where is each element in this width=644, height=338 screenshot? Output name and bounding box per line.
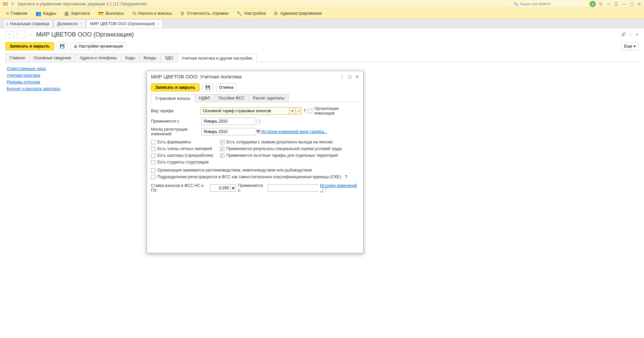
- table-icon: ▦: [64, 11, 69, 16]
- modal-save-button[interactable]: 💾: [202, 83, 213, 91]
- wrench-icon: 🔧: [236, 11, 242, 16]
- page-header: ← → ☆ МИР ЦВЕТОВ ООО (Организация) 🔗 ⋮ ✕: [0, 28, 644, 41]
- titlebar: 1C ≡ Зарплата и управление персоналом, р…: [0, 0, 644, 8]
- tab-close-icon[interactable]: ×: [80, 22, 82, 26]
- nav-back-button[interactable]: ←: [5, 31, 14, 38]
- menu-salary[interactable]: ▦Зарплата: [61, 9, 93, 17]
- link-icon[interactable]: 🔗: [621, 32, 626, 37]
- home-icon: ⌂: [6, 21, 8, 26]
- save-icon: 💾: [205, 85, 210, 90]
- notification-icon[interactable]: ▲: [590, 1, 596, 7]
- modal-title: МИР ЦВЕТОВ ООО: Учетная политика: [151, 74, 336, 79]
- hamburger-icon[interactable]: ≡: [11, 1, 14, 7]
- tab-home[interactable]: ⌂ Начальная страница: [3, 19, 53, 28]
- logo: 1C: [3, 1, 8, 6]
- history-icon[interactable]: ↻: [599, 1, 603, 7]
- save-icon: 💾: [60, 44, 65, 49]
- modal-header: МИР ЦВЕТОВ ООО: Учетная политика ⋮ ◻ ✕: [147, 71, 363, 82]
- tab-positions[interactable]: Должности ×: [53, 19, 86, 28]
- close-icon[interactable]: ✕: [637, 1, 641, 7]
- menu-payments[interactable]: 💳Выплаты: [95, 9, 127, 17]
- modal-save-close-button[interactable]: Записать и закрыть: [151, 83, 200, 91]
- maximize-icon[interactable]: ◻: [630, 1, 634, 7]
- ptab-funds[interactable]: Фонды: [139, 54, 161, 62]
- tab-close-icon[interactable]: ×: [157, 22, 159, 26]
- ptab-codes[interactable]: Коды: [121, 54, 140, 62]
- people-icon: 👥: [36, 11, 41, 16]
- titlebar-icons: ▲ ↻ ☆ ☰ — ◻ ✕: [590, 1, 641, 7]
- chevron-down-icon: ▾: [634, 44, 636, 49]
- menu-main[interactable]: ≡Главное: [3, 9, 31, 17]
- print-icon: 🖨: [73, 44, 77, 49]
- link-responsible[interactable]: Ответственные лица: [7, 66, 637, 71]
- accounting-policy-modal: МИР ЦВЕТОВ ООО: Учетная политика ⋮ ◻ ✕ З…: [147, 71, 364, 97]
- page-toolbar: Записать и закрыть 💾 🖨 Настройки организ…: [0, 41, 644, 54]
- menu-admin[interactable]: ⚙Администрирование: [270, 9, 325, 17]
- page-tabs: Главное Основные сведения Адреса и телеф…: [5, 54, 639, 62]
- save-button[interactable]: 💾: [57, 42, 68, 50]
- percent-icon: %: [132, 11, 136, 16]
- menu-reports[interactable]: 🗎Отчетность, справки: [177, 9, 232, 17]
- menu-settings[interactable]: 🔧Настройка: [233, 9, 269, 17]
- menubar: ≡Главное 👥Кадры ▦Зарплата 💳Выплаты %Нало…: [0, 8, 644, 19]
- modal-maximize-icon[interactable]: ◻: [348, 74, 352, 79]
- mtab-calc[interactable]: Расчет зарплаты: [249, 94, 289, 97]
- nav-forward-button[interactable]: →: [17, 31, 25, 38]
- menu-personnel[interactable]: 👥Кадры: [32, 9, 60, 17]
- ptab-main[interactable]: Главное: [5, 54, 30, 62]
- ptab-policy[interactable]: Учетная политика и другие настройки: [177, 54, 257, 62]
- more-button[interactable]: Еще ▾: [621, 42, 639, 50]
- ptab-basic[interactable]: Основные сведения: [29, 54, 75, 62]
- list-icon: ≡: [6, 11, 9, 16]
- modal-cancel-button[interactable]: Отмена: [216, 83, 236, 91]
- modal-tabs: Страховые взносы НДФЛ Пособия ФСС Расчет…: [151, 94, 359, 97]
- minimize-icon[interactable]: —: [622, 1, 627, 7]
- document-tabs: ⌂ Начальная страница Должности × МИР ЦВЕ…: [0, 19, 644, 28]
- modal-close-icon[interactable]: ✕: [355, 74, 359, 79]
- app-title: Зарплата и управление персоналом, редакц…: [17, 2, 511, 6]
- ptab-edo[interactable]: ЭДО: [160, 54, 178, 62]
- mtab-ndfl[interactable]: НДФЛ: [195, 94, 214, 97]
- close-page-icon[interactable]: ✕: [635, 32, 639, 37]
- tab-org[interactable]: МИР ЦВЕТОВ ООО (Организация) ×: [86, 19, 163, 28]
- modal-kebab-icon[interactable]: ⋮: [340, 74, 344, 79]
- wallet-icon: 💳: [98, 11, 104, 16]
- save-close-button[interactable]: Записать и закрыть: [5, 42, 54, 50]
- doc-icon: 🗎: [180, 11, 185, 16]
- ptab-addr[interactable]: Адреса и телефоны: [75, 54, 121, 62]
- favorite-star-icon[interactable]: ☆: [28, 31, 34, 38]
- page-title: МИР ЦВЕТОВ ООО (Организация): [36, 31, 134, 38]
- mtab-fss[interactable]: Пособия ФСС: [214, 94, 249, 97]
- search-box[interactable]: 🔍: [511, 1, 588, 7]
- org-settings-button[interactable]: 🖨 Настройки организации: [70, 42, 126, 50]
- search-input[interactable]: [520, 2, 585, 6]
- kebab-icon[interactable]: ⋮: [629, 32, 633, 37]
- gear-icon: ⚙: [274, 11, 278, 16]
- menu-taxes[interactable]: %Налоги и взносы: [129, 9, 176, 17]
- mtab-insurance[interactable]: Страховые взносы: [151, 94, 195, 97]
- star-icon[interactable]: ☆: [606, 1, 611, 7]
- search-icon: 🔍: [514, 2, 519, 6]
- settings-menu-icon[interactable]: ☰: [614, 1, 619, 7]
- modal-toolbar: Записать и закрыть 💾 Отмена: [147, 82, 363, 94]
